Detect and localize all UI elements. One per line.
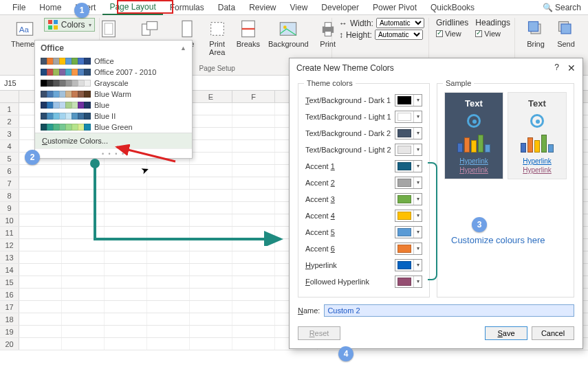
send-backward-button[interactable]: Send — [552, 18, 580, 49]
cell[interactable] — [19, 202, 62, 214]
cell[interactable] — [105, 338, 147, 350]
help-icon[interactable]: ? — [554, 63, 559, 74]
row-header[interactable]: 13 — [0, 251, 19, 263]
height-select[interactable]: Automatic — [375, 30, 423, 40]
theme-name-input[interactable] — [324, 304, 574, 317]
cell[interactable] — [232, 313, 275, 325]
theme-color-swatch-button[interactable]: ▾ — [395, 226, 422, 238]
cell[interactable] — [190, 301, 232, 313]
color-scheme-item[interactable]: Blue Green — [35, 122, 192, 133]
tab-page-layout[interactable]: Page Layout — [102, 0, 162, 15]
tab-power-pivot[interactable]: Power Pivot — [366, 1, 424, 14]
headings-view-check[interactable]: View — [475, 30, 510, 38]
cell[interactable] — [232, 140, 275, 152]
print-area-button[interactable]: Print Area — [204, 18, 231, 58]
row-header[interactable]: 19 — [0, 326, 19, 337]
tab-file[interactable]: File — [6, 1, 32, 14]
cell[interactable] — [105, 276, 147, 288]
row-header[interactable]: 20 — [0, 338, 19, 350]
close-icon[interactable]: ✕ — [567, 63, 576, 74]
tab-formulas[interactable]: Formulas — [163, 1, 211, 14]
cell[interactable] — [147, 301, 190, 313]
cell[interactable] — [190, 140, 232, 152]
theme-color-swatch-button[interactable]: ▾ — [395, 111, 422, 123]
cell[interactable] — [190, 251, 232, 263]
row-header[interactable]: 6 — [0, 165, 19, 177]
cell[interactable] — [105, 301, 147, 313]
cell[interactable] — [105, 313, 147, 325]
cell[interactable] — [232, 338, 275, 350]
cell[interactable] — [19, 165, 62, 177]
cell[interactable] — [62, 264, 105, 276]
scroll-up-icon[interactable]: ▲ — [180, 45, 186, 52]
cell[interactable] — [105, 289, 147, 300]
cell[interactable] — [62, 313, 105, 325]
cell[interactable] — [19, 289, 62, 300]
cell[interactable] — [62, 251, 105, 263]
row-header[interactable]: 11 — [0, 227, 19, 238]
cell[interactable] — [19, 313, 62, 325]
cell[interactable] — [232, 115, 275, 127]
color-scheme-item[interactable]: Blue Warm — [35, 89, 192, 100]
row-header[interactable]: 10 — [0, 214, 19, 226]
cell[interactable] — [19, 276, 62, 288]
cell[interactable] — [147, 251, 190, 263]
row-header[interactable]: 9 — [0, 202, 19, 214]
cell[interactable] — [232, 103, 275, 115]
tab-home[interactable]: Home — [32, 1, 68, 14]
cell[interactable] — [147, 264, 190, 276]
cell[interactable] — [232, 276, 275, 288]
cell[interactable] — [232, 326, 275, 337]
cell[interactable] — [232, 251, 275, 263]
row-header[interactable]: 2 — [0, 115, 19, 127]
row-header[interactable]: 4 — [0, 140, 19, 152]
cell[interactable] — [147, 326, 190, 337]
cell[interactable] — [190, 264, 232, 276]
breaks-button[interactable]: Breaks — [234, 18, 263, 49]
cell[interactable] — [190, 115, 232, 127]
color-scheme-item[interactable]: Office — [35, 56, 192, 67]
save-button[interactable]: Save — [485, 326, 527, 340]
row-header[interactable]: 14 — [0, 264, 19, 276]
cell[interactable] — [19, 251, 62, 263]
row-header[interactable]: 1 — [0, 103, 19, 115]
cell[interactable] — [232, 264, 275, 276]
cell[interactable] — [105, 264, 147, 276]
row-header[interactable]: 18 — [0, 313, 19, 325]
cell[interactable] — [232, 128, 275, 139]
tab-review[interactable]: Review — [242, 1, 283, 14]
theme-color-swatch-button[interactable]: ▾ — [395, 243, 422, 255]
width-select[interactable]: Automatic — [376, 18, 424, 28]
color-scheme-item[interactable]: Blue II — [35, 111, 192, 122]
col-header[interactable]: E — [190, 91, 232, 102]
theme-color-swatch-button[interactable]: ▾ — [395, 160, 422, 172]
theme-color-swatch-button[interactable]: ▾ — [395, 193, 422, 205]
reset-button[interactable]: Reset — [298, 326, 340, 340]
cell[interactable] — [147, 313, 190, 325]
row-header[interactable]: 7 — [0, 177, 19, 189]
row-header[interactable]: 8 — [0, 190, 19, 201]
select-all-corner[interactable] — [0, 91, 19, 102]
bring-forward-button[interactable]: Bring — [522, 18, 549, 49]
name-box[interactable]: J15 — [0, 76, 36, 90]
cell[interactable] — [105, 251, 147, 263]
cell[interactable] — [19, 190, 62, 201]
cell[interactable] — [147, 338, 190, 350]
cell[interactable] — [147, 289, 190, 300]
tab-view[interactable]: View — [283, 1, 315, 14]
tab-data[interactable]: Data — [211, 1, 242, 14]
cell[interactable] — [19, 338, 62, 350]
theme-color-swatch-button[interactable]: ▾ — [395, 94, 422, 106]
tab-quickbooks[interactable]: QuickBooks — [424, 1, 481, 14]
color-scheme-item[interactable]: Grayscale — [35, 78, 192, 89]
cell[interactable] — [62, 276, 105, 288]
theme-color-swatch-button[interactable]: ▾ — [395, 259, 422, 271]
row-header[interactable]: 12 — [0, 239, 19, 251]
cell[interactable] — [190, 276, 232, 288]
cell[interactable] — [19, 239, 62, 251]
theme-color-swatch-button[interactable]: ▾ — [395, 177, 422, 189]
cell[interactable] — [19, 301, 62, 313]
cell[interactable] — [19, 326, 62, 337]
row-header[interactable]: 5 — [0, 153, 19, 164]
tab-developer[interactable]: Developer — [314, 1, 366, 14]
